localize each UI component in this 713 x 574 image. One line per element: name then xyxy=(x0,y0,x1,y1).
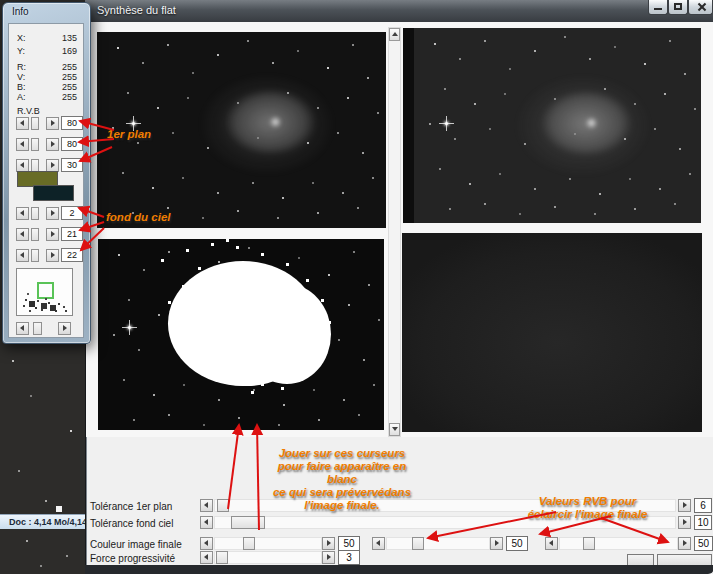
color-b-right-arrow[interactable] xyxy=(678,537,691,550)
stars-decoration xyxy=(414,28,416,30)
bg-r-left-arrow[interactable] xyxy=(16,207,29,220)
channel-v-value: 255 xyxy=(62,72,77,82)
color-v-value[interactable]: 50 xyxy=(506,536,528,551)
mask-speckles xyxy=(156,251,159,254)
image-view-green-channel[interactable] xyxy=(403,28,701,223)
preview-slider-left-arrow[interactable] xyxy=(16,322,29,335)
bg-r-right-arrow[interactable] xyxy=(46,207,59,220)
selection-square-icon xyxy=(37,282,54,299)
annotation-cursors-help: Jouer sur ces curseurs pour faire appara… xyxy=(232,447,452,512)
image-view-threshold-mask[interactable] xyxy=(98,239,384,430)
scroll-up-button[interactable] xyxy=(389,28,400,41)
stars-decoration xyxy=(98,239,100,241)
maximize-button[interactable] xyxy=(668,0,688,15)
tolerance-bg-label: Tolérance fond ciel xyxy=(90,518,173,529)
bg-b-right-arrow[interactable] xyxy=(46,249,59,262)
color-v-track[interactable] xyxy=(386,537,490,550)
fg-r-right-arrow[interactable] xyxy=(46,117,59,130)
bg-r-thumb[interactable] xyxy=(31,207,39,220)
tolerance-bg-thumb[interactable] xyxy=(231,516,265,529)
window-title: Synthèse du flat xyxy=(97,4,176,16)
bg-b-left-arrow[interactable] xyxy=(16,249,29,262)
color-r-right-arrow[interactable] xyxy=(322,537,335,550)
fg-r-left-arrow[interactable] xyxy=(16,117,29,130)
color-r-left-arrow[interactable] xyxy=(200,537,213,550)
close-button[interactable] xyxy=(688,0,713,15)
channel-v-label: V: xyxy=(17,72,25,82)
screenshot-root: Doc : 4,14 Mo/4,14 Synthèse du flat Tolé… xyxy=(0,0,713,574)
image-view-flat-result[interactable] xyxy=(402,233,702,432)
bright-star xyxy=(445,122,448,125)
bg-b-thumb[interactable] xyxy=(31,249,39,262)
force-thumb[interactable] xyxy=(216,551,228,564)
background-starfield xyxy=(0,0,2,2)
force-right-arrow[interactable] xyxy=(322,551,335,564)
fg-v-thumb[interactable] xyxy=(31,138,39,151)
info-palette-title[interactable]: Info xyxy=(3,3,90,22)
color-b-track[interactable] xyxy=(559,537,678,550)
bg-v-right-arrow[interactable] xyxy=(46,228,59,241)
color-v-right-arrow[interactable] xyxy=(490,537,503,550)
fg-r-value[interactable]: 80 xyxy=(61,116,83,130)
fg-v-value[interactable]: 80 xyxy=(61,137,83,151)
channel-a-label: A: xyxy=(17,92,26,102)
color-b-thumb[interactable] xyxy=(583,537,595,550)
coord-x-value: 135 xyxy=(62,33,77,43)
force-track[interactable] xyxy=(214,551,322,564)
fg-b-value[interactable]: 30 xyxy=(61,158,83,172)
background-color-swatch xyxy=(33,185,74,201)
channel-r-value: 255 xyxy=(62,62,77,72)
mask-blob-lobe xyxy=(190,314,302,386)
color-b-value[interactable]: 50 xyxy=(694,536,713,551)
color-v-thumb[interactable] xyxy=(412,537,424,550)
tolerance-bg-right-arrow[interactable] xyxy=(678,516,691,529)
window-title-bar[interactable]: Synthèse du flat xyxy=(85,0,713,23)
mask-preview-thumbnail xyxy=(16,268,73,316)
bg-r-value[interactable]: 2 xyxy=(61,206,83,220)
final-color-label: Couleur image finale xyxy=(90,539,182,550)
tolerance-fg-right-arrow[interactable] xyxy=(678,499,691,512)
galaxy-nebula xyxy=(182,57,352,187)
fg-r-thumb[interactable] xyxy=(31,117,39,130)
bg-v-left-arrow[interactable] xyxy=(16,228,29,241)
channel-b-label: B: xyxy=(17,82,26,92)
vertical-scrollbar[interactable] xyxy=(388,27,401,437)
force-value[interactable]: 3 xyxy=(338,550,360,565)
force-left-arrow[interactable] xyxy=(200,551,213,564)
scroll-down-button[interactable] xyxy=(389,423,400,436)
bright-star xyxy=(128,326,131,329)
info-palette-body: X: 135 Y: 169 R: 255 V: 255 B: 255 A: 25… xyxy=(8,23,84,338)
document-status-bar: Doc : 4,14 Mo/4,14 xyxy=(0,514,90,529)
color-r-track[interactable] xyxy=(214,537,322,550)
preview-slider-right-arrow[interactable] xyxy=(58,322,71,335)
annotation-rvb-values: Valeurs RVB pour éclaircir l'image final… xyxy=(505,495,670,521)
color-b-left-arrow[interactable] xyxy=(545,537,558,550)
fg-v-right-arrow[interactable] xyxy=(46,138,59,151)
channel-b-value: 255 xyxy=(62,82,77,92)
tolerance-bg-value[interactable]: 10 xyxy=(694,515,712,530)
galaxy-nebula xyxy=(498,58,668,188)
tolerance-fg-thumb[interactable] xyxy=(217,499,229,512)
bg-v-value[interactable]: 21 xyxy=(61,227,83,241)
coord-x-label: X: xyxy=(17,33,26,43)
minimize-button[interactable] xyxy=(648,0,668,15)
window-bottom-frame xyxy=(85,565,713,574)
tolerance-fg-label: Tolérance 1er plan xyxy=(90,501,172,512)
info-palette-window[interactable]: Info X: 135 Y: 169 R: 255 V: 255 B: 255 … xyxy=(2,2,91,344)
color-r-value[interactable]: 50 xyxy=(338,536,360,551)
preview-slider-thumb[interactable] xyxy=(33,322,42,335)
coord-y-label: Y: xyxy=(17,46,25,56)
bg-b-value[interactable]: 22 xyxy=(61,248,83,262)
tolerance-bg-left-arrow[interactable] xyxy=(200,516,213,529)
force-label: Force progressivité xyxy=(90,553,175,564)
color-v-left-arrow[interactable] xyxy=(372,537,385,550)
close-icon xyxy=(697,2,707,12)
bright-star xyxy=(132,122,135,125)
tolerance-fg-left-arrow[interactable] xyxy=(200,499,213,512)
preview-speckles xyxy=(17,269,19,271)
color-r-thumb[interactable] xyxy=(243,537,255,550)
tolerance-fg-value[interactable]: 6 xyxy=(694,498,712,513)
fg-v-left-arrow[interactable] xyxy=(16,138,29,151)
maximize-icon xyxy=(674,3,682,10)
bg-v-thumb[interactable] xyxy=(31,228,39,241)
